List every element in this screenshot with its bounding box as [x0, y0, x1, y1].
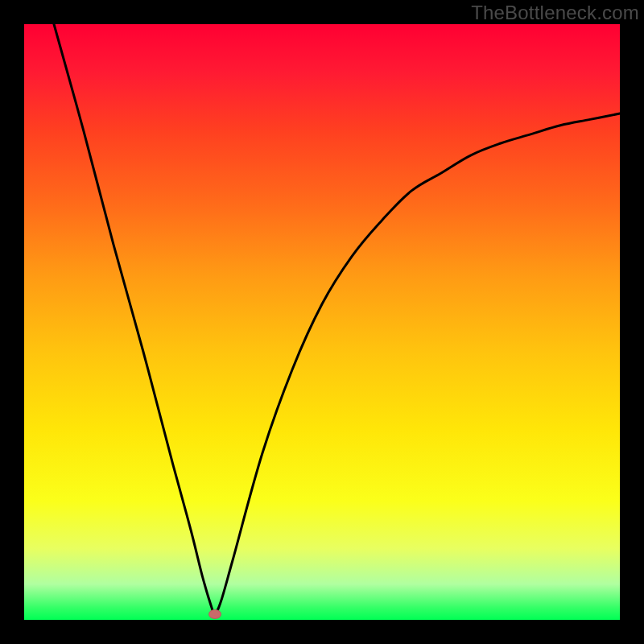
bottleneck-curve: [54, 24, 620, 614]
curve-svg: [24, 24, 620, 620]
chart-frame: TheBottleneck.com: [0, 0, 644, 644]
watermark-text: TheBottleneck.com: [471, 2, 639, 24]
plot-area: [24, 24, 620, 620]
optimal-point-marker: [208, 609, 221, 619]
